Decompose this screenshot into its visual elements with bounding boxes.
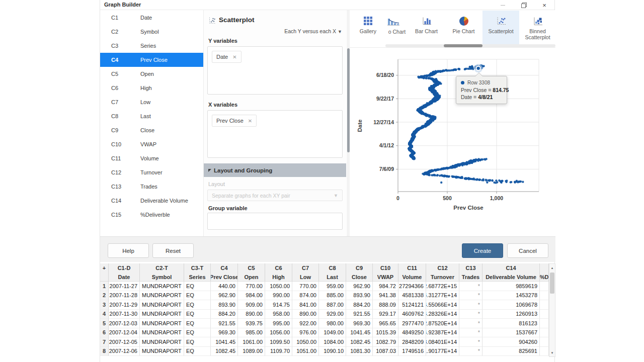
table-cell[interactable]: 2007-12-06 (109, 347, 140, 356)
table-cell[interactable]: 1049.00 (319, 328, 346, 338)
table-cell[interactable]: 1099.50 (265, 337, 292, 347)
column-name-header[interactable]: Open (238, 273, 265, 282)
bar-chart-tile[interactable]: Bar Chart (408, 11, 445, 44)
column-name-header[interactable]: Prev Close (211, 273, 238, 282)
table-cell[interactable] (540, 310, 549, 319)
column-id-header[interactable]: C4 (211, 263, 238, 273)
table-cell[interactable]: 841.00 (292, 300, 319, 310)
table-cell[interactable]: 965.65 (373, 319, 398, 328)
column-name-header[interactable]: Close (346, 273, 373, 282)
column-list-item-c13[interactable]: C13Trades (100, 179, 203, 194)
table-cell[interactable]: 4849250 (398, 328, 426, 338)
table-cell[interactable]: MUNDRAPORT (140, 319, 184, 328)
y-variable-chip[interactable]: Date✕ (212, 51, 242, 63)
table-cell[interactable]: 1051.00 (292, 347, 319, 356)
table-cell[interactable]: 825691 (482, 347, 540, 356)
column-id-header[interactable]: C2-T (140, 263, 184, 273)
table-cell[interactable]: * (459, 310, 482, 319)
table-cell[interactable]: 1087.03 (373, 347, 398, 356)
table-row[interactable]: 72007-12-05MUNDRAPORTEQ1041.451061.00109… (100, 337, 549, 347)
table-cell[interactable]: MUNDRAPORT (140, 337, 184, 347)
layout-select[interactable]: Separate graphs for each XY pair ▼ (207, 190, 343, 201)
row-number[interactable]: 6 (100, 328, 109, 338)
column-list-item-c14[interactable]: C14Deliverable Volume (100, 194, 203, 208)
help-button[interactable]: Help (108, 243, 149, 258)
column-name-header[interactable]: Deliverable Volume (482, 273, 540, 282)
restore-button[interactable] (516, 0, 531, 10)
table-cell[interactable]: 4.92387E+14 (426, 328, 459, 338)
table-cell[interactable]: 3.08401E+14 (426, 337, 459, 347)
row-number[interactable]: 5 (100, 319, 109, 328)
row-number[interactable]: 7 (100, 337, 109, 347)
table-cell[interactable]: 1082.45 (346, 337, 373, 347)
table-cell[interactable]: 1056.00 (265, 328, 292, 338)
table-cell[interactable]: 976.00 (292, 328, 319, 338)
table-cell[interactable]: 1041.45 (346, 328, 373, 338)
table-cell[interactable]: 962.90 (346, 282, 373, 291)
column-id-header[interactable]: C3-T (184, 263, 211, 273)
y-variables-box[interactable]: Date✕ (207, 46, 343, 95)
table-cell[interactable]: * (459, 337, 482, 347)
remove-icon[interactable]: ✕ (248, 118, 252, 124)
table-cell[interactable]: 1050.00 (292, 337, 319, 347)
table-cell[interactable]: 969.30 (346, 319, 373, 328)
group-variable-box[interactable] (207, 213, 343, 230)
table-cell[interactable]: 5124121 (398, 300, 426, 310)
column-name-header[interactable]: Series (184, 273, 211, 282)
row-number[interactable]: 8 (100, 347, 109, 356)
table-cell[interactable]: EQ (184, 300, 211, 310)
column-list-item-c9[interactable]: C9Close (100, 123, 203, 137)
column-name-header[interactable]: Last (319, 273, 346, 282)
table-cell[interactable]: 440.00 (211, 282, 238, 291)
table-cell[interactable]: 1082.79 (373, 337, 398, 347)
column-name-header[interactable]: Volume (398, 273, 426, 282)
column-list-item-c12[interactable]: C12Turnover (100, 165, 203, 179)
column-name-header[interactable]: Turnover (426, 273, 459, 282)
table-cell[interactable]: 4581338 (398, 291, 426, 301)
table-cell[interactable] (540, 337, 549, 347)
table-cell[interactable]: MUNDRAPORT (140, 282, 184, 291)
remove-icon[interactable]: ✕ (232, 54, 236, 60)
table-cell[interactable]: 1050.00 (265, 282, 292, 291)
table-cell[interactable]: 939.75 (238, 319, 265, 328)
table-cell[interactable]: MUNDRAPORT (140, 328, 184, 338)
table-cell[interactable]: 914.75 (265, 300, 292, 310)
table-cell[interactable]: 1081.30 (346, 347, 373, 356)
table-cell[interactable]: 1015.39 (373, 328, 398, 338)
minimize-button[interactable] (495, 0, 510, 10)
table-cell[interactable]: 9859619 (482, 282, 540, 291)
column-id-header[interactable]: C9 (346, 263, 373, 273)
scatterplot-canvas[interactable]: 6/18/209/22/1712/27/144/1/127/6/0905001,… (350, 48, 555, 236)
table-cell[interactable]: 909.00 (238, 300, 265, 310)
column-list-item-c7[interactable]: C7Low (100, 95, 203, 109)
table-cell[interactable]: 990.00 (265, 291, 292, 301)
table-row[interactable]: 42007-11-30MUNDRAPORTEQ884.20890.00958.0… (100, 310, 549, 319)
column-list-item-c10[interactable]: C10VWAP (100, 137, 203, 151)
table-cell[interactable]: 4.28326E+14 (426, 310, 459, 319)
x-variables-box[interactable]: Prev Close✕ (207, 110, 343, 158)
table-cell[interactable]: 922.00 (292, 319, 319, 328)
table-cell[interactable]: * (459, 291, 482, 301)
table-cell[interactable]: 884.20 (346, 300, 373, 310)
table-row[interactable]: 12007-11-27MUNDRAPORTEQ440.00770.001050.… (100, 282, 549, 291)
layout-grouping-header[interactable]: Layout and Grouping (204, 163, 346, 177)
table-row[interactable]: 52007-12-03MUNDRAPORTEQ921.55939.75995.0… (100, 319, 549, 328)
gallery-tile[interactable]: Gallery (350, 11, 386, 44)
scrollbar-thumb[interactable] (550, 273, 554, 294)
column-id-header[interactable]: C14 (482, 263, 540, 273)
column-id-header[interactable]: C13 (459, 263, 482, 273)
table-cell[interactable]: MUNDRAPORT (140, 300, 184, 310)
table-cell[interactable]: MUNDRAPORT (140, 347, 184, 356)
column-name-header[interactable]: Symbol (140, 273, 184, 282)
scroll-down-icon[interactable]: ▼ (549, 349, 555, 356)
table-cell[interactable]: 1453278 (482, 291, 540, 301)
binned-scatterplot-tile[interactable]: Binned Scatterplot (520, 11, 555, 44)
table-row[interactable]: 32007-11-29MUNDRAPORTEQ893.90909.00914.7… (100, 300, 549, 310)
table-cell[interactable]: 969.30 (211, 328, 238, 338)
table-cell[interactable]: 2.87520E+14 (426, 319, 459, 328)
table-cell[interactable]: 816123 (482, 319, 540, 328)
reset-button[interactable]: Reset (152, 243, 194, 258)
table-cell[interactable]: 887.00 (319, 300, 346, 310)
table-cell[interactable]: EQ (184, 310, 211, 319)
column-list-item-c15[interactable]: C15%Deliverble (100, 208, 203, 222)
